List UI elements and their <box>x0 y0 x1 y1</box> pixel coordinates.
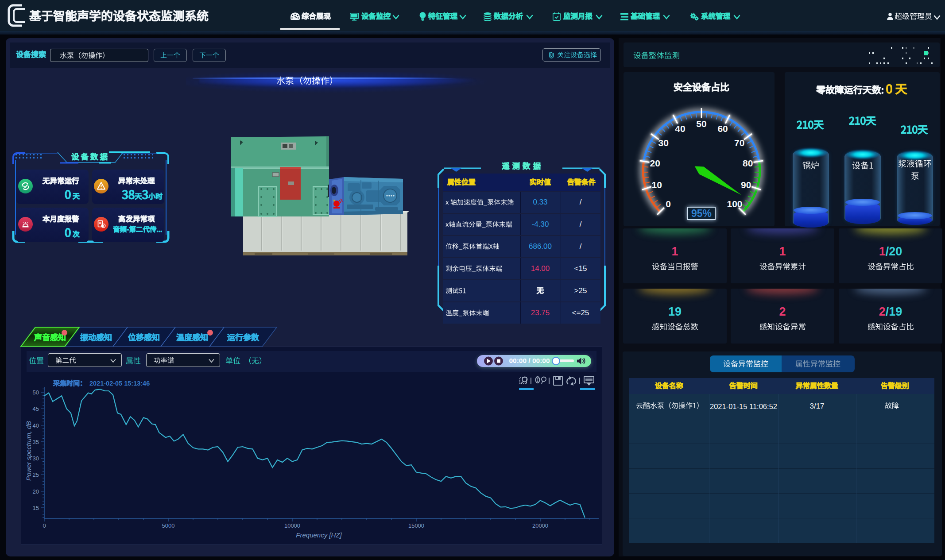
svg-text:80: 80 <box>743 158 753 168</box>
svg-text:0: 0 <box>666 199 671 209</box>
svg-text:40: 40 <box>675 124 685 134</box>
svg-text:60: 60 <box>717 124 728 134</box>
svg-text:50: 50 <box>696 119 706 129</box>
svg-text:70: 70 <box>734 138 744 148</box>
svg-text:20: 20 <box>650 158 660 168</box>
svg-text:30: 30 <box>658 138 669 148</box>
svg-text:100: 100 <box>727 199 742 209</box>
svg-text:90: 90 <box>741 180 751 190</box>
svg-text:10: 10 <box>652 180 662 190</box>
